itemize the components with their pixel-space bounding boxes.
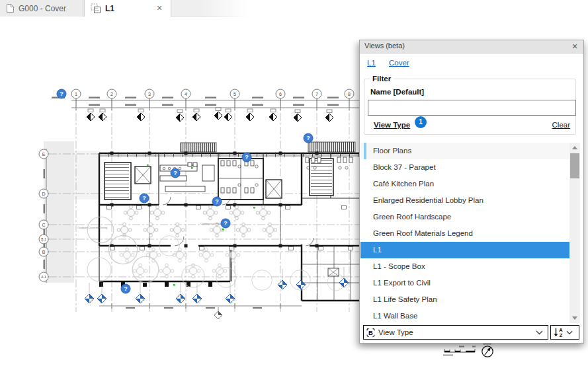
tab-label: G000 - Cover [19,4,66,13]
section-markers [87,108,333,122]
svg-text:E: E [42,152,46,157]
views-panel-titlebar: Views (beta) × [360,40,583,54]
panel-close-icon[interactable]: × [569,40,580,52]
tab-close-icon[interactable]: × [154,2,165,14]
chevron-down-icon [536,330,543,335]
sort-button[interactable]: A Z [550,325,579,340]
svg-text:4: 4 [185,92,187,96]
filter-legend: Filter [370,75,394,83]
link-cover[interactable]: Cover [389,59,409,67]
svg-text:B: B [42,250,46,254]
views-panel-title: Views (beta) [364,42,405,50]
room-label: Commercial Retail [200,222,223,225]
svg-text:6: 6 [279,92,282,96]
sidewalk-strip [44,141,74,283]
group-by-value: View Type [378,328,536,336]
scale-bar [443,346,476,356]
application-window: G000 - Cover L1 × [0,0,588,368]
view-list-item[interactable]: L1 Life Safety Plan [360,291,570,308]
tab-label: L1 [105,4,114,13]
svg-text:D: D [42,192,45,196]
dining-tables [117,205,277,237]
view-list-item[interactable]: Block 37 - Parapet [360,159,570,176]
tab-l1[interactable]: L1 × [84,0,171,17]
list-group-header[interactable]: Floor Plans [360,143,570,159]
group-by-dropdown[interactable]: B View Type [363,325,548,340]
views-panel: Views (beta) × L1 Cover Filter Name [Def… [359,40,584,344]
view-list-item[interactable]: Café Kitchen Plan [360,176,570,192]
link-l1[interactable]: L1 [367,59,376,67]
view-type-filter-link[interactable]: View Type [374,121,410,129]
floor-plan-view-icon [91,3,101,14]
view-list-item[interactable]: Green Roof Materials Legend [360,225,570,242]
building-cores [105,157,353,276]
svg-text:B.1: B.1 [41,237,46,241]
svg-text:3: 3 [148,92,151,96]
clear-filter-link[interactable]: Clear [552,121,570,129]
views-list: Floor Plans Block 37 - Parapet Café Kitc… [360,143,570,323]
view-list-item[interactable]: L1 - Scope Box [360,258,570,275]
name-filter-label: Name [Default] [370,88,424,96]
sort-az-icon: A Z [553,327,564,338]
svg-text:7: 7 [315,92,318,96]
view-type-count-badge: 1 [415,116,427,128]
view-list-item[interactable]: L1 Export to Civil [360,275,570,291]
patio-tables [120,248,240,278]
spot-compass-glyph [214,307,222,319]
view-list-item[interactable]: Green Roof Hardscape [360,209,570,225]
svg-text:5: 5 [233,92,236,96]
group-by-icon: B [366,328,376,338]
svg-text:Z: Z [560,332,563,338]
svg-text:8: 8 [348,92,351,96]
view-list-item-selected[interactable]: L1 [360,242,570,258]
sheet-icon [6,3,15,13]
view-list-item[interactable]: Enlarged Residential Lobby Plan [360,192,570,209]
scroll-up-icon[interactable] [569,143,580,153]
tab-g000-cover[interactable]: G000 - Cover [0,0,83,17]
panel-footer: B View Type A Z [360,325,583,340]
svg-text:B: B [368,329,373,336]
recent-view-links: L1 Cover [367,59,421,67]
room-label: Outdoor Covered Dining [77,226,108,229]
svg-text:A.1: A.1 [41,275,46,279]
name-filter-input[interactable] [368,100,576,116]
group-accent-bar [364,143,366,159]
svg-text:2: 2 [110,92,113,96]
svg-text:1: 1 [75,92,77,96]
filter-group: Filter Name [Default] View Type 1 Clear [364,79,576,135]
chevron-down-icon [566,330,573,335]
scrollbar-thumb[interactable] [570,153,579,178]
north-arrow [482,343,493,357]
view-list-item[interactable]: L1 Wall Base [360,308,570,323]
list-scrollbar[interactable] [569,143,580,323]
svg-text:C: C [42,223,45,227]
scroll-down-icon[interactable] [569,313,580,322]
canopy-hatch [181,143,216,152]
